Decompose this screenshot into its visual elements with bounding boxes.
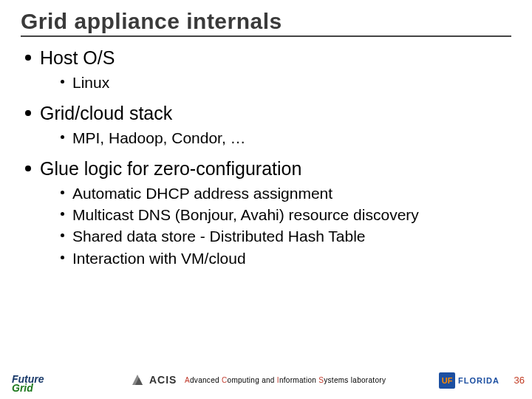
sub-list: Automatic DHCP address assignment Multic… bbox=[40, 183, 511, 268]
lab-r1: dvanced bbox=[190, 376, 222, 384]
sub-item: MPI, Hadoop, Condor, … bbox=[61, 128, 511, 148]
acis-logo: ACIS bbox=[130, 372, 177, 387]
lab-r2: omputing and bbox=[228, 376, 277, 384]
bullet-text: Glue logic for zero-configuration bbox=[40, 158, 301, 179]
lab-c: C bbox=[222, 376, 228, 384]
uf-badge: UF bbox=[439, 372, 455, 389]
bullet-item: Host O/S Linux bbox=[21, 46, 511, 92]
bullet-item: Grid/cloud stack MPI, Hadoop, Condor, … bbox=[21, 101, 511, 148]
sub-item: Automatic DHCP address assignment bbox=[61, 183, 511, 203]
page-number: 36 bbox=[514, 375, 525, 386]
lab-caption: Advanced Computing and Information Syste… bbox=[185, 376, 386, 384]
bullet-text: Host O/S bbox=[40, 47, 115, 68]
slide: Grid appliance internals Host O/S Linux … bbox=[0, 0, 532, 399]
sub-item: Shared data store - Distributed Hash Tab… bbox=[61, 226, 511, 246]
slide-title: Grid appliance internals bbox=[21, 9, 511, 34]
sub-item: Interaction with VM/cloud bbox=[61, 248, 511, 268]
footer: Future Grid ACIS Advanced Computing and … bbox=[0, 362, 532, 395]
lab-r3: nformation bbox=[279, 376, 318, 384]
sub-item: Multicast DNS (Bonjour, Avahi) resource … bbox=[61, 205, 511, 225]
uf-word: FLORIDA bbox=[458, 376, 499, 385]
acis-mark-icon bbox=[130, 372, 145, 387]
uf-logo: UF FLORIDA bbox=[439, 372, 499, 389]
sub-item: Linux bbox=[61, 72, 511, 92]
bullet-item: Glue logic for zero-configuration Automa… bbox=[21, 157, 511, 268]
lab-a: A bbox=[185, 376, 190, 384]
bullet-text: Grid/cloud stack bbox=[40, 103, 172, 123]
lab-r4: ystems laboratory bbox=[324, 376, 386, 384]
sub-list: Linux bbox=[40, 72, 511, 92]
sub-list: MPI, Hadoop, Condor, … bbox=[40, 128, 511, 148]
acis-label: ACIS bbox=[149, 374, 177, 386]
title-rule bbox=[21, 35, 511, 37]
futuregrid-logo: Future Grid bbox=[12, 374, 44, 393]
bullet-list: Host O/S Linux Grid/cloud stack MPI, Had… bbox=[21, 46, 511, 268]
